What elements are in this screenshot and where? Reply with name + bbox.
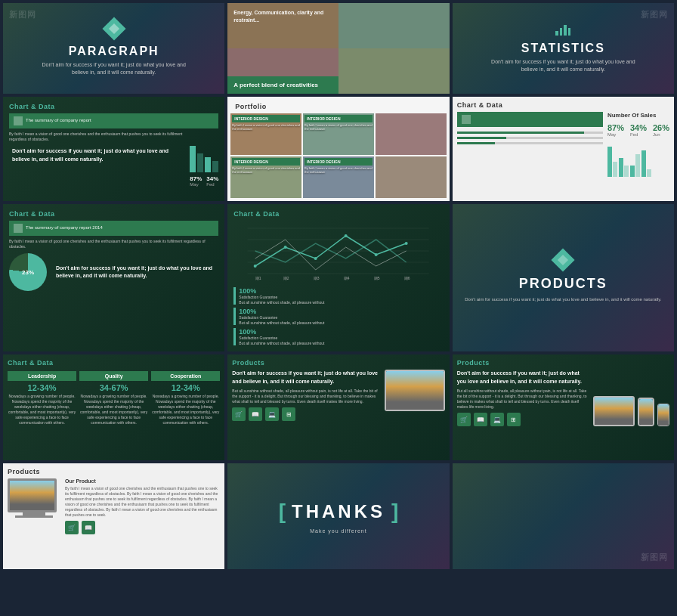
chart1-icon	[14, 116, 23, 125]
chart1-label1: May	[190, 182, 202, 187]
products-road1-icons: 🛒 📖 💻 ⊞	[232, 407, 379, 421]
cart-icon-3[interactable]: 🛒	[65, 521, 79, 534]
pie-pct: 23%	[22, 269, 34, 276]
tablet-device-1	[385, 370, 445, 411]
sales-pct3: 26%	[653, 123, 669, 132]
chart-sales-header	[457, 112, 603, 127]
categories-row: Leadership 12-34% Nowadays a growing num…	[8, 371, 220, 426]
statistics-title: STATISTICS	[521, 42, 605, 55]
guarantee-pct-2: 100%	[239, 308, 443, 315]
slide-products-devices: Products Don't aim for success if you wa…	[453, 354, 674, 460]
watermark-br: 新图网	[641, 552, 668, 563]
chart1-label2: Fed	[206, 182, 218, 187]
thanks-bracket-right: ]	[391, 500, 398, 524]
slide-categories: Chart & Data Leadership 12-34% Nowadays …	[3, 354, 224, 460]
row5: Products Our Product By faith I mean a v…	[0, 460, 677, 569]
sales-pct2: 34%	[630, 123, 647, 132]
grid-icon-2[interactable]: ⊞	[507, 413, 521, 426]
phone-device-2	[657, 404, 669, 426]
products-devices-body: But all sunshine without shade, all plea…	[457, 388, 589, 410]
products-devices-main-text: Don't aim for success if you want it; ju…	[457, 370, 589, 385]
guarantee-pct-3: 100%	[239, 328, 443, 336]
cat-desc-3: Nowadays a growing number of people. Now…	[151, 394, 220, 426]
slide-thanks: [ THANKS ] Make you different	[227, 463, 449, 569]
guarantee-2: 100% Satisfaction Guarantee But all suns…	[233, 308, 443, 325]
watermark-tl: 新图网	[9, 9, 36, 20]
slide-paragraph: 新图网 PARAGRAPH Don't aim for success if y…	[3, 3, 224, 94]
monitor-screen	[8, 478, 57, 512]
sales-bar-chart	[607, 139, 669, 177]
guarantee-3: 100% Satisfaction Guarantee But all suns…	[233, 328, 443, 345]
hero-green-text: A perfect blend of creativities	[233, 81, 332, 89]
book-icon-1[interactable]: 📖	[249, 407, 262, 421]
portfolio-label-5: INTERIOR DESIGN	[304, 158, 373, 166]
row4: Chart & Data Leadership 12-34% Nowadays …	[0, 351, 677, 460]
grid-icon-1[interactable]: ⊞	[282, 407, 295, 421]
svg-point-9	[375, 253, 378, 256]
laptop-icon-2[interactable]: 💻	[490, 413, 504, 426]
slide-products-monitor: Products Our Product By faith I mean a v…	[3, 463, 224, 569]
products-monitor-text: By faith I mean a vision of good one che…	[65, 486, 220, 518]
book-icon-2[interactable]: 📖	[474, 413, 487, 426]
row1: 新图网 PARAGRAPH Don't aim for success if y…	[0, 0, 677, 94]
category-leadership: Leadership 12-34% Nowadays a growing num…	[8, 371, 76, 426]
category-quality: Quality 34-67% Nowadays a growing number…	[79, 371, 148, 426]
slide-hero: Energy, Communication, clarity and restr…	[227, 3, 449, 94]
portfolio-label-2: INTERIOR DESIGN	[304, 115, 373, 122]
portfolio-desc-5: By faith I mean a vision of good one che…	[304, 166, 373, 174]
cart-icon-1[interactable]: 🛒	[232, 407, 246, 421]
cart-icon-2[interactable]: 🛒	[457, 413, 471, 426]
paragraph-title: PARAGRAPH	[69, 45, 159, 58]
products-devices-icons: 🛒 📖 💻 ⊞	[457, 413, 589, 426]
thanks-bracket-left: [	[279, 500, 286, 524]
portfolio-label-4: INTERIOR DESIGN	[232, 158, 300, 166]
hero-cell-2	[338, 3, 450, 48]
categories-title: Chart & Data	[8, 359, 220, 367]
chart1-title: Chart & Data	[9, 103, 218, 110]
book-icon-3[interactable]: 📖	[82, 521, 95, 534]
pie-icon	[14, 224, 23, 233]
sales-month2: Fed	[630, 132, 647, 137]
our-product-label: Our Product	[65, 478, 220, 484]
cat-header-1: Leadership	[8, 371, 76, 381]
products-monitor-title: Products	[8, 468, 220, 475]
hero-cell-1: Energy, Communication, clarity and restr…	[227, 3, 338, 48]
diamond-icon	[102, 17, 125, 41]
laptop-icon-1[interactable]: 💻	[265, 407, 279, 421]
products-diamond-icon	[552, 249, 575, 272]
products-title: PRODUCTS	[519, 276, 607, 292]
svg-point-5	[254, 265, 257, 268]
chart1-header: The summary of company report	[9, 113, 218, 128]
tablet-device-2	[593, 396, 635, 426]
portfolio-cell-4: INTERIOR DESIGN By faith I mean a vision…	[230, 156, 301, 198]
cat-value-3: 12-34%	[151, 383, 220, 392]
cat-header-3: Cooperation	[151, 371, 220, 381]
guarantee-1: 100% Satisfaction Guarantee But all suns…	[233, 287, 443, 305]
hero-cell-3: A perfect blend of creativities	[227, 48, 338, 94]
pie-big-text: Don't aim for success if you want it; ju…	[53, 262, 218, 283]
portfolio-title: Portfolio	[230, 100, 446, 113]
num-sales-label: Number Of Sales	[607, 112, 669, 119]
hero-top-text: Energy, Communication, clarity and restr…	[233, 9, 338, 24]
chart1-pct2: 34%	[206, 175, 218, 182]
slide-statistics: 新图网 STATISTICS Don't aim for success if …	[453, 3, 674, 94]
cat-desc-1: Nowadays a growing number of people. Now…	[8, 394, 76, 426]
chart1-bars	[190, 135, 218, 172]
pie-detail: By faith I mean a vision of good one che…	[9, 239, 218, 249]
slide-chart-pie: Chart & Data The summary of company repo…	[3, 204, 224, 351]
guarantee-pct-1: 100%	[239, 287, 443, 295]
slide-products-main: PRODUCTS Don't aim for success if you wa…	[453, 204, 674, 351]
chart1-big-text: Don't aim for success if you want it; ju…	[9, 144, 185, 166]
chart1-pct1: 87%	[190, 175, 202, 182]
portfolio-cell-2: INTERIOR DESIGN By faith I mean a vision…	[303, 113, 374, 155]
chart1-summary: The summary of company report	[26, 118, 91, 124]
thanks-row: [ THANKS ]	[279, 500, 399, 524]
category-cooperation: Cooperation 12-34% Nowadays a growing nu…	[151, 371, 220, 426]
cat-header-2: Quality	[79, 371, 148, 381]
portfolio-cell-5: INTERIOR DESIGN By faith I mean a vision…	[303, 156, 374, 198]
cat-desc-2: Nowadays a growing number of people. Now…	[79, 394, 148, 426]
guarantee-desc-3: But all sunshine without shade, all plea…	[239, 341, 443, 346]
slide-chart-line: Chart & Data 期1 期2 期3 期4 期5	[227, 204, 449, 351]
row3: Chart & Data The summary of company repo…	[0, 201, 677, 351]
watermark-tr: 新图网	[641, 9, 668, 20]
